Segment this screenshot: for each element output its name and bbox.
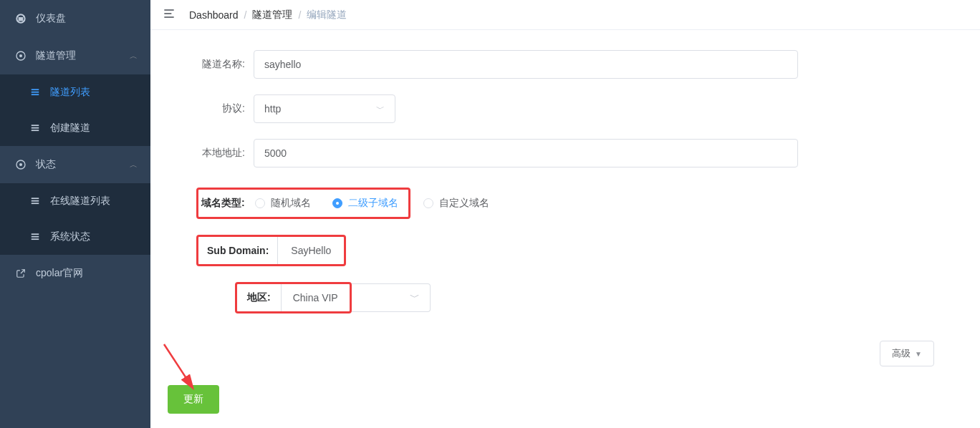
svg-rect-15	[32, 238, 39, 240]
svg-rect-13	[32, 233, 39, 235]
list-icon	[29, 232, 42, 242]
sidebar-item-dashboard[interactable]: 仪表盘	[0, 0, 150, 37]
sidebar: 仪表盘 隧道管理 ︿ 隧道列表 创建隧道 状态 ︿	[0, 0, 150, 428]
row-tunnel-name: 隧道名称:	[168, 50, 963, 79]
domain-type-label: 域名类型:	[198, 197, 255, 210]
svg-rect-11	[32, 200, 39, 202]
region-select-ext[interactable]: ﹀	[352, 283, 431, 312]
radio-random-domain[interactable]: 随机域名	[255, 197, 311, 210]
radio-circle-icon	[423, 198, 433, 208]
radio-label: 二级子域名	[348, 197, 398, 210]
dashboard-icon	[14, 13, 27, 24]
local-addr-input[interactable]	[254, 139, 798, 167]
row-local-addr: 本地地址:	[168, 139, 963, 167]
chevron-up-icon: ︿	[130, 160, 138, 170]
radio-custom-domain[interactable]: 自定义域名	[423, 197, 489, 210]
protocol-label: 协议:	[168, 102, 254, 115]
sidebar-item-cpolar-site[interactable]: cpolar官网	[0, 255, 150, 292]
chevron-down-icon: ﹀	[376, 103, 385, 115]
sidebar-item-tunnel-mgmt[interactable]: 隧道管理 ︿	[0, 37, 150, 74]
list-icon	[29, 123, 42, 133]
update-button[interactable]: 更新	[168, 385, 219, 414]
radio-label: 自定义域名	[439, 197, 489, 210]
svg-point-1	[19, 54, 22, 57]
svg-rect-2	[32, 89, 39, 90]
breadcrumb-item[interactable]: Dashboard	[189, 9, 239, 21]
domain-type-highlight: 域名类型: 随机域名 二级子域名	[196, 188, 410, 219]
svg-rect-4	[32, 94, 39, 95]
topbar: Dashboard / 隧道管理 / 编辑隧道	[150, 0, 980, 30]
breadcrumb-sep: /	[244, 9, 247, 21]
region-label: 地区:	[237, 284, 282, 311]
local-addr-label: 本地地址:	[168, 147, 254, 160]
tunnel-icon	[14, 50, 27, 62]
caret-down-icon: ▼	[915, 350, 922, 358]
svg-point-9	[19, 163, 22, 166]
sidebar-item-label: 状态	[36, 158, 56, 171]
protocol-select[interactable]: http ﹀	[254, 94, 395, 123]
sidebar-item-label: 隧道管理	[36, 49, 76, 62]
chevron-down-icon: ﹀	[410, 291, 420, 304]
protocol-value: http	[264, 103, 281, 115]
sidebar-item-label: 系统状态	[50, 230, 90, 243]
tunnel-name-label: 隧道名称:	[168, 58, 254, 71]
row-update: 更新	[168, 385, 963, 414]
advanced-label: 高级	[892, 347, 911, 360]
radio-circle-icon	[332, 198, 342, 208]
svg-rect-14	[32, 236, 39, 238]
svg-rect-6	[32, 127, 39, 129]
main-area: Dashboard / 隧道管理 / 编辑隧道 隧道名称: 协议: http ﹀	[150, 0, 980, 428]
radio-circle-icon	[255, 198, 265, 208]
svg-rect-10	[32, 198, 39, 199]
radio-subdomain[interactable]: 二级子域名	[332, 197, 398, 210]
tunnel-name-input[interactable]	[254, 50, 798, 79]
sidebar-item-label: cpolar官网	[36, 267, 83, 280]
region-highlight: 地区: China VIP	[235, 282, 352, 313]
radio-label: 随机域名	[271, 197, 311, 210]
sidebar-item-label: 隧道列表	[50, 86, 90, 99]
sidebar-item-system-status[interactable]: 系统状态	[0, 219, 150, 255]
sub-domain-highlight: Sub Domain: SayHello	[196, 235, 346, 266]
sidebar-item-tunnel-list[interactable]: 隧道列表	[0, 74, 150, 110]
list-icon	[29, 196, 42, 206]
sidebar-item-online-tunnels[interactable]: 在线隧道列表	[0, 183, 150, 219]
status-icon	[14, 159, 27, 170]
svg-rect-7	[32, 130, 39, 131]
row-advanced: 高级 ▼	[168, 341, 963, 366]
svg-rect-12	[32, 203, 39, 204]
chevron-up-icon: ︿	[130, 51, 138, 62]
row-region: 地区: China VIP ﹀	[235, 282, 963, 313]
domain-type-radios: 随机域名 二级子域名	[255, 197, 398, 210]
svg-rect-5	[32, 125, 39, 126]
sidebar-item-label: 在线隧道列表	[50, 195, 110, 208]
list-icon	[29, 87, 42, 97]
breadcrumb-sep: /	[298, 9, 301, 21]
sidebar-item-status[interactable]: 状态 ︿	[0, 146, 150, 183]
external-link-icon	[14, 268, 27, 278]
sub-domain-label: Sub Domain:	[198, 237, 278, 264]
breadcrumb-item[interactable]: 隧道管理	[252, 9, 292, 21]
hamburger-icon[interactable]	[162, 6, 176, 23]
sidebar-item-label: 创建隧道	[50, 122, 90, 135]
row-sub-domain: Sub Domain: SayHello	[196, 235, 963, 266]
sidebar-item-create-tunnel[interactable]: 创建隧道	[0, 110, 150, 146]
sub-domain-value[interactable]: SayHello	[278, 237, 344, 264]
breadcrumb-current: 编辑隧道	[307, 9, 347, 21]
svg-rect-3	[32, 92, 39, 93]
advanced-button[interactable]: 高级 ▼	[880, 341, 934, 366]
row-domain-type: 域名类型: 随机域名 二级子域名 自定义域名	[196, 188, 963, 219]
form: 隧道名称: 协议: http ﹀ 本地地址: 域名类型:	[150, 30, 980, 428]
breadcrumb: Dashboard / 隧道管理 / 编辑隧道	[189, 9, 347, 21]
sidebar-item-label: 仪表盘	[36, 12, 66, 25]
region-value[interactable]: China VIP	[282, 284, 350, 311]
row-protocol: 协议: http ﹀	[168, 94, 963, 123]
